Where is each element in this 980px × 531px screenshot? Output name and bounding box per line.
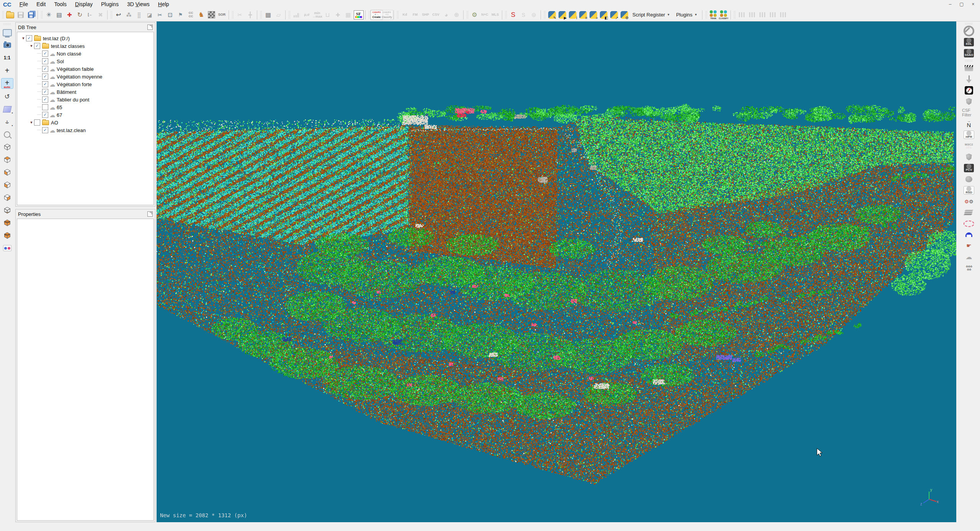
toolbar-handle[interactable] <box>288 11 290 19</box>
subsample-button[interactable]: ⣿ <box>134 10 144 20</box>
render-screen-icon[interactable] <box>2 28 13 38</box>
python-repl-button[interactable]: » <box>588 10 598 20</box>
python-package-button[interactable]: ◧ <box>598 10 609 20</box>
shield-2-icon[interactable] <box>962 152 976 162</box>
rotate-view-icon[interactable]: ↺ <box>2 91 13 101</box>
view-iso-back-icon[interactable]: BACK <box>2 230 13 240</box>
python-docs-button[interactable]: ≡ <box>578 10 588 20</box>
close-button[interactable]: × <box>970 2 976 7</box>
mesh-blob-icon[interactable] <box>962 175 976 184</box>
tree-item-tablier-du-pont[interactable]: ✓☁Tablier du pont <box>17 96 154 103</box>
python-run-button[interactable]: ▶ <box>557 10 567 20</box>
clean-broom-icon[interactable] <box>962 75 976 84</box>
stereo-mode-icon[interactable] <box>2 243 13 253</box>
python-settings-button[interactable]: ⚙ <box>619 10 629 20</box>
csf-filter-label[interactable]: CSF Filter <box>962 108 976 117</box>
script-register-dropdown[interactable]: Script Register▼ <box>629 10 673 20</box>
auto-pivot-icon[interactable]: +auto <box>1 78 13 89</box>
box-tool-button[interactable]: ▩ <box>263 10 273 20</box>
tree-checkbox[interactable]: ✓ <box>42 96 48 103</box>
tree-item-b-timent[interactable]: ✓☁Bâtiment <box>17 88 154 96</box>
apply-transformation-button[interactable]: ✚ <box>64 10 75 20</box>
hand-picking-icon[interactable]: ☛ <box>962 241 976 250</box>
toolbar-handle[interactable] <box>232 11 234 19</box>
m3c2-icon[interactable]: M3C2∴∵∴ <box>962 141 976 150</box>
label-button[interactable]: ⚑ <box>175 10 186 20</box>
zoom-lens-icon[interactable] <box>2 129 13 139</box>
clone-button[interactable]: ✳ <box>44 10 54 20</box>
spline-s-button[interactable]: S <box>508 10 518 20</box>
toolbar-handle[interactable] <box>110 11 112 19</box>
python-info-button[interactable]: i <box>567 10 578 20</box>
compass-icon[interactable] <box>962 86 976 95</box>
sf-colorscale-button[interactable]: SF <box>353 10 364 20</box>
rsd-icon[interactable]: RSD <box>962 186 976 195</box>
tree-item-67[interactable]: ✓☁67 <box>17 111 154 119</box>
crop-button[interactable]: ⊡ <box>165 10 175 20</box>
update-button[interactable]: ↻ <box>75 10 85 20</box>
pan-mode-icon[interactable]: ↔↕▾ <box>2 117 13 127</box>
toolbar-handle[interactable] <box>41 11 42 19</box>
gears-icon[interactable]: ⚙⚙ <box>962 197 976 206</box>
zoom-1-1-icon[interactable]: 1:1 <box>2 53 13 63</box>
tree-item-v-g-tation-moyenne[interactable]: ✓☁Végétation moyenne <box>17 73 154 80</box>
python-rocket-button[interactable]: ↗ <box>609 10 619 20</box>
knight-button[interactable]: ♞ <box>196 10 206 20</box>
menu-file[interactable]: File <box>15 0 33 8</box>
tree-item-v-g-tation-faible[interactable]: ✓☁Végétation faible <box>17 65 154 73</box>
tree-item-non-class-[interactable]: ✓☁Non classé <box>17 50 154 57</box>
segment-button[interactable]: ✂ <box>155 10 165 20</box>
shader-off-icon[interactable] <box>962 26 976 36</box>
tree-checkbox[interactable]: ✓ <box>42 127 48 133</box>
pcv-icon[interactable]: PCV <box>962 163 976 173</box>
view-bottom-icon[interactable] <box>2 205 13 215</box>
ellipse-tool-icon[interactable] <box>962 219 976 228</box>
point-pair-align-button[interactable]: ⁂ <box>124 10 134 20</box>
tree-item-ao[interactable]: ▼AO <box>17 119 154 126</box>
restore-button[interactable]: ▢ <box>959 2 965 7</box>
ssao-shader-icon[interactable]: SSAO <box>962 49 976 58</box>
tree-checkbox[interactable]: ✓ <box>42 81 48 87</box>
tree-checkbox[interactable]: ✓ <box>34 43 40 49</box>
tree-item-test-laz-classes[interactable]: ▼✓test.laz classes <box>17 42 154 50</box>
tree-checkbox[interactable]: ✓ <box>42 58 48 64</box>
tree-checkbox[interactable]: ✓ <box>42 66 48 72</box>
toolbar-handle[interactable] <box>733 11 735 19</box>
perspective-cube-icon[interactable]: ▾ <box>2 104 13 114</box>
view-left-icon[interactable] <box>2 167 13 177</box>
edl-shader-icon[interactable]: EDL <box>962 38 976 47</box>
properties-list-button[interactable]: ▤ <box>54 10 64 20</box>
screenshot-camera-icon[interactable] <box>2 40 13 50</box>
view-right-icon[interactable] <box>2 193 13 203</box>
import-button[interactable]: [← <box>85 10 95 20</box>
view-top-icon[interactable] <box>2 155 13 165</box>
hpr-icon[interactable]: HPR <box>962 130 976 139</box>
helmet-icon[interactable] <box>962 230 976 239</box>
forest-icon[interactable]: ♣♣♣ ♣♣ <box>962 263 976 273</box>
menu-tools[interactable]: Tools <box>50 0 71 8</box>
view-iso-front-icon[interactable]: FRONT <box>2 218 13 228</box>
toolbar-handle[interactable] <box>965 23 973 25</box>
tree-checkbox[interactable]: ✓ <box>42 51 48 57</box>
menu-help[interactable]: Help <box>154 0 173 8</box>
toolbar-handle[interactable] <box>965 60 973 62</box>
dock-float-icon[interactable] <box>147 211 153 217</box>
toolbar-handle[interactable] <box>3 23 11 25</box>
toolbar-handle[interactable] <box>705 11 707 19</box>
minimize-button[interactable]: – <box>947 2 953 7</box>
menu-edit[interactable]: Edit <box>32 0 50 8</box>
toolbar-handle[interactable] <box>2 11 4 19</box>
open-file-button[interactable] <box>5 10 15 20</box>
tree-expander-icon[interactable]: ▼ <box>29 44 34 48</box>
menu-display[interactable]: Display <box>71 0 97 8</box>
undo-arrow-button[interactable]: ↩ <box>113 10 124 20</box>
shield-icon[interactable] <box>962 97 976 106</box>
tree-expander-icon[interactable]: ▼ <box>29 121 34 124</box>
tree-item-test-laz-d-[interactable]: ▼✓test.laz (D:/) <box>17 34 154 42</box>
toolbar-handle[interactable] <box>466 11 468 19</box>
masc-classify-button[interactable]: CLASSIFY <box>719 10 729 20</box>
gl-viewport-3d[interactable]: New size = 2082 * 1312 (px) x y z <box>157 21 956 522</box>
tree-checkbox[interactable]: ✓ <box>26 35 32 41</box>
tree-item-v-g-tation-forte[interactable]: ✓☁Végétation forte <box>17 80 154 88</box>
view-cube-wire-icon[interactable] <box>2 142 13 152</box>
